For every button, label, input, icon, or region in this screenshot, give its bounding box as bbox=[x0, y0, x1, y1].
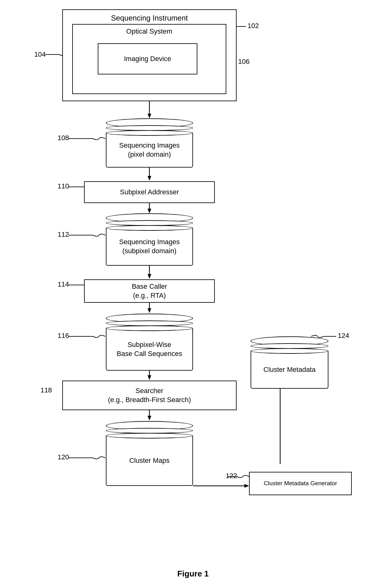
sequencing-images-subpixel-cylinder: Sequencing Images(subpixel domain) bbox=[106, 213, 193, 266]
svg-marker-9 bbox=[148, 308, 151, 313]
svg-marker-3 bbox=[148, 176, 151, 181]
ref-122: 122 bbox=[226, 472, 237, 480]
cluster-maps-cylinder: Cluster Maps bbox=[106, 421, 193, 486]
subpixel-base-call-cylinder: Subpixel-WiseBase Call Sequences bbox=[106, 314, 193, 371]
svg-marker-11 bbox=[148, 375, 151, 380]
ref-118: 118 bbox=[40, 386, 52, 394]
ref-102: 102 bbox=[247, 22, 259, 30]
cluster-maps-label: Cluster Maps bbox=[126, 456, 173, 465]
ref-104: 104 bbox=[34, 50, 46, 59]
optical-system-box: Optical System Imaging Device bbox=[72, 24, 226, 94]
svg-marker-1 bbox=[148, 114, 151, 118]
base-caller-label: Base Caller(e.g., RTA) bbox=[132, 282, 167, 300]
ref-124: 124 bbox=[338, 332, 349, 340]
optical-system-label: Optical System bbox=[126, 27, 172, 36]
svg-marker-5 bbox=[148, 209, 151, 213]
ref-106: 106 bbox=[238, 58, 250, 66]
figure-label: Figure 1 bbox=[177, 569, 209, 579]
sequencing-instrument-label: Sequencing Instrument bbox=[111, 13, 188, 23]
searcher-box: Searcher(e.g., Breadth-First Search) bbox=[62, 381, 237, 410]
svg-marker-7 bbox=[148, 274, 151, 279]
subpixel-addresser-label: Subpixel Addresser bbox=[120, 188, 179, 197]
sequencing-instrument-box: Sequencing Instrument Optical System Ima… bbox=[62, 9, 237, 101]
svg-marker-13 bbox=[148, 416, 151, 420]
diagram-container: Sequencing Instrument Optical System Ima… bbox=[0, 0, 386, 588]
svg-marker-15 bbox=[244, 484, 249, 488]
ref-120: 120 bbox=[58, 453, 69, 461]
ref-108: 108 bbox=[58, 134, 69, 142]
sequencing-images-pixel-label: Sequencing Images(pixel domain) bbox=[116, 141, 183, 159]
cluster-metadata-generator-label: Cluster Metadata Generator bbox=[264, 480, 337, 487]
cluster-metadata-cylinder: Cluster Metadata bbox=[251, 336, 328, 389]
ref-114: 114 bbox=[58, 280, 69, 288]
subpixel-base-call-label: Subpixel-WiseBase Call Sequences bbox=[114, 340, 185, 358]
imaging-device-label: Imaging Device bbox=[124, 55, 171, 64]
cluster-metadata-generator-box: Cluster Metadata Generator bbox=[249, 472, 352, 495]
searcher-label: Searcher(e.g., Breadth-First Search) bbox=[108, 386, 191, 404]
subpixel-addresser-box: Subpixel Addresser bbox=[84, 181, 215, 203]
sequencing-images-subpixel-label: Sequencing Images(subpixel domain) bbox=[116, 238, 183, 255]
ref-116: 116 bbox=[58, 332, 69, 340]
cluster-metadata-label: Cluster Metadata bbox=[260, 365, 319, 374]
ref-110: 110 bbox=[58, 182, 69, 190]
base-caller-box: Base Caller(e.g., RTA) bbox=[84, 279, 215, 303]
sequencing-images-pixel-cylinder: Sequencing Images(pixel domain) bbox=[106, 118, 193, 168]
ref-112: 112 bbox=[58, 230, 69, 239]
imaging-device-box: Imaging Device bbox=[98, 43, 197, 74]
